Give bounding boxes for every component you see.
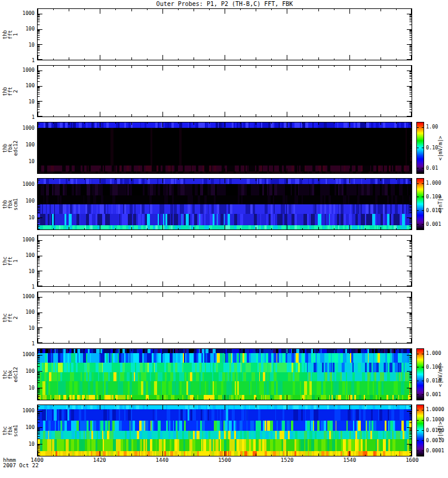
panel-thc-fbk-scm1 xyxy=(37,405,412,456)
x-tick-label: 1500 xyxy=(218,457,231,463)
y-axis-label-line: edc12 xyxy=(14,140,19,156)
colorbar-tick xyxy=(417,430,419,431)
colorbar-tick-label: 1.0000 xyxy=(426,406,444,412)
spectrogram-canvas xyxy=(38,405,412,456)
colorbar-tick xyxy=(422,381,424,381)
x-tick-label: 1420 xyxy=(93,457,106,463)
y-tick-label: 1 xyxy=(19,114,35,120)
colorbar-unit-text: <|nT|> xyxy=(437,195,443,213)
panel-thc-fbk-edc12 xyxy=(37,348,412,400)
y-tick-label: 10 xyxy=(19,385,35,391)
y-axis-label-line: scm1 xyxy=(14,424,19,436)
y-axis-label-line: 1 xyxy=(14,256,19,265)
colorbar-tick xyxy=(422,183,424,184)
y-axis-label-line: scm1 xyxy=(14,198,19,210)
y-tick-label: 100 xyxy=(19,142,35,148)
colorbar-tick xyxy=(417,354,419,354)
spectrogram-canvas xyxy=(38,349,412,400)
spectrogram-canvas xyxy=(38,292,412,343)
y-tick-label: 100 xyxy=(19,309,35,315)
colorbar-tick-label: 0.10 xyxy=(426,145,438,151)
y-axis-label-text: thcfft1 xyxy=(2,256,19,265)
y-tick-label: 1 xyxy=(19,341,35,347)
panel-thc-fft-1 xyxy=(37,235,412,287)
colorbar-tick xyxy=(417,440,419,441)
colorbar-tick xyxy=(422,224,424,225)
panel-thb-fft-1 xyxy=(37,8,412,60)
spectrogram-canvas xyxy=(38,235,412,286)
colorbar xyxy=(416,348,424,400)
y-axis-label-text: thbfft2 xyxy=(2,87,19,96)
y-axis-label-text: thcfbkedc12 xyxy=(2,367,19,382)
colorbar xyxy=(416,122,424,174)
colorbar-tick-label: 0.001 xyxy=(426,391,441,397)
y-tick-label: 100 xyxy=(19,198,35,204)
y-tick-label: 10 xyxy=(19,42,35,48)
colorbar-unit-text: <|mV/m|> xyxy=(437,362,443,387)
colorbar-tick-label: 0.001 xyxy=(426,221,441,227)
spectrogram-canvas xyxy=(38,66,412,117)
x-tick-label: 1440 xyxy=(155,457,168,463)
y-tick-label: 10 xyxy=(19,268,35,274)
colorbar-tick xyxy=(422,148,424,148)
colorbar-tick xyxy=(417,224,419,225)
colorbar-tick xyxy=(422,127,424,128)
panel-thb-fbk-edc12 xyxy=(37,122,412,174)
panel-thc-fft-2 xyxy=(37,292,412,344)
colorbar-tick xyxy=(422,197,424,197)
colorbar-tick-label: 1.00 xyxy=(426,124,438,130)
y-tick-label: 1000 xyxy=(19,181,35,187)
y-tick-label: 10 xyxy=(19,325,35,331)
colorbar-unit-text: <|nT|> xyxy=(437,421,443,440)
x-tick-label: 1400 xyxy=(30,457,44,463)
y-axis-label-text: thcfbkscm1 xyxy=(2,424,19,436)
colorbar-tick xyxy=(417,168,419,168)
colorbar-tick xyxy=(417,410,419,410)
x-axis-date-label: 2007 Oct 22 xyxy=(3,462,39,468)
colorbar-tick xyxy=(417,394,419,395)
colorbar-tick xyxy=(417,127,419,128)
colorbar-tick-label: 1.000 xyxy=(426,350,441,356)
y-tick-label: 1000 xyxy=(19,67,35,73)
colorbar xyxy=(416,178,424,230)
y-tick-label: 1 xyxy=(19,57,35,63)
colorbar-tick xyxy=(417,451,419,451)
y-tick-label: 100 xyxy=(19,82,35,88)
y-tick-label: 1000 xyxy=(19,351,35,357)
y-tick-label: 10 xyxy=(19,99,35,105)
plot-title: Outer Probes: P1, P2 (TH-B,C) FFT, FBK xyxy=(157,1,293,7)
colorbar-tick xyxy=(422,394,424,395)
y-tick-label: 100 xyxy=(19,26,35,32)
colorbar-tick xyxy=(417,381,419,381)
colorbar-tick xyxy=(417,210,419,211)
x-tick-label: 1540 xyxy=(343,457,356,463)
colorbar-tick xyxy=(422,210,424,211)
colorbar-tick xyxy=(422,430,424,431)
colorbar-tick xyxy=(417,420,419,421)
colorbar-tick-label: 0.0001 xyxy=(426,448,444,454)
y-tick-label: 1000 xyxy=(19,10,35,16)
y-tick-label: 10 xyxy=(19,215,35,220)
y-tick-label: 1000 xyxy=(19,237,35,243)
colorbar-tick xyxy=(422,451,424,451)
y-axis-label-text: thbfft1 xyxy=(2,30,19,39)
y-axis-label-text: thbfbkscm1 xyxy=(2,198,19,210)
colorbar-tick xyxy=(417,367,419,367)
spectrogram-canvas xyxy=(38,179,412,229)
y-axis-label-line: 2 xyxy=(14,313,19,322)
y-tick-label: 1000 xyxy=(19,125,35,131)
colorbar-tick xyxy=(422,168,424,168)
panel-thb-fbk-scm1 xyxy=(37,178,412,230)
y-tick-label: 10 xyxy=(19,441,35,447)
colorbar-tick xyxy=(422,420,424,421)
spectrogram-canvas xyxy=(38,9,412,60)
colorbar-tick xyxy=(422,410,424,410)
y-tick-label: 10 xyxy=(19,158,35,164)
x-tick-label: 1600 xyxy=(406,457,419,463)
y-axis-label-line: edc12 xyxy=(14,367,19,382)
colorbar-tick-label: 1.000 xyxy=(426,180,441,186)
y-tick-label: 100 xyxy=(19,424,35,430)
colorbar-tick xyxy=(422,367,424,367)
colorbar-tick xyxy=(417,148,419,148)
colorbar-unit-text: <|mV/m|> xyxy=(437,136,443,160)
